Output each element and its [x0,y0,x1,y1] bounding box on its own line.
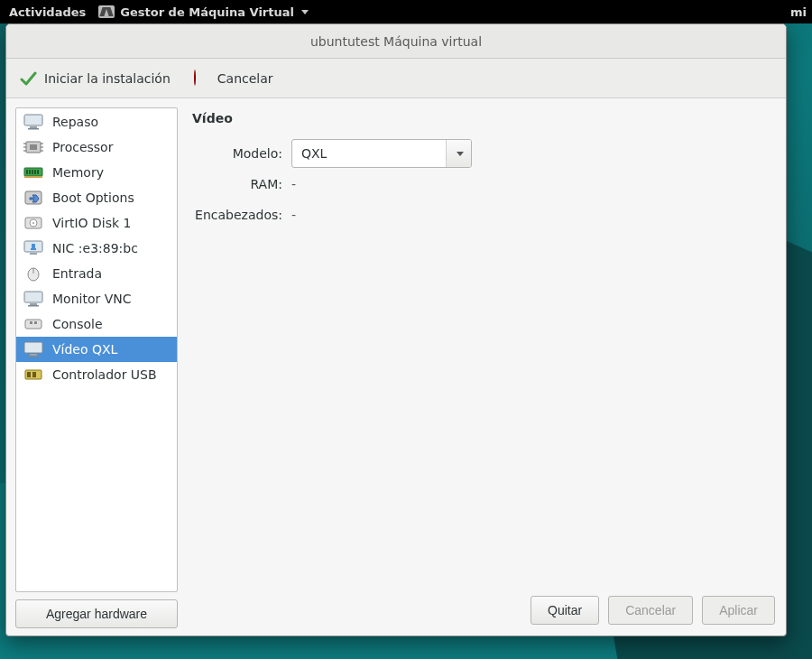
check-icon [19,70,37,88]
model-combobox[interactable]: QXL [291,139,472,168]
detail-pane: Vídeo Modelo: QXL RAM: - Encabezados: - [190,107,777,628]
cancel-button[interactable]: Cancelar [608,596,693,625]
hw-item[interactable]: Controlador USB [16,362,177,387]
gnome-topbar: Actividades Gestor de Máquina Virtual mi [0,0,812,23]
memory-icon [23,164,43,181]
hw-item[interactable]: Entrada [16,261,177,286]
hw-item-label: Memory [52,165,104,180]
model-value: QXL [292,140,446,167]
app-menu[interactable]: Gestor de Máquina Virtual [98,5,309,19]
cancel-install-label: Cancelar [217,71,273,86]
chevron-down-icon [301,10,309,14]
window-title: ubuntutest Máquina virtual [310,34,482,49]
hardware-list[interactable]: RepasoProcessorMemoryBoot OptionsVirtIO … [15,107,178,592]
monitor-icon [23,341,43,357]
add-hardware-button[interactable]: Agregar hardware [15,599,178,628]
hw-item[interactable]: Monitor VNC [16,286,177,311]
app-menu-label: Gestor de Máquina Virtual [120,5,294,19]
boot-icon [23,190,43,206]
hw-item[interactable]: VirtIO Disk 1 [16,210,177,236]
console-icon [23,316,43,332]
ram-label: RAM: [190,177,291,191]
virt-manager-icon [98,5,115,18]
chip-icon [23,139,43,155]
heads-label: Encabezados: [190,208,291,222]
combobox-toggle[interactable] [446,140,471,167]
hw-item-label: Processor [52,140,113,154]
vm-details-window: ubuntutest Máquina virtual Iniciar la in… [5,23,787,636]
ram-value: - [291,177,296,191]
hw-item-label: Controlador USB [52,367,157,382]
hw-item-label: NIC :e3:89:bc [52,241,138,255]
apply-button[interactable]: Aplicar [702,596,775,625]
stop-icon [194,70,210,87]
heads-value: - [291,208,296,222]
hw-item-label: VirtIO Disk 1 [52,216,131,230]
hw-item[interactable]: Memory [16,160,177,185]
hw-item[interactable]: Processor [16,135,177,160]
hw-item-label: Boot Options [52,190,134,205]
hw-item-label: Console [52,317,103,331]
activities-button[interactable]: Actividades [9,5,86,19]
hw-item-label: Monitor VNC [52,292,132,306]
chevron-down-icon [457,152,464,156]
usb-icon [23,367,43,383]
hw-item[interactable]: Repaso [16,109,177,135]
monitor-icon [23,291,43,307]
detail-title: Vídeo [192,111,777,125]
nic-icon [23,240,43,256]
hw-item-label: Repaso [52,115,98,129]
hw-item[interactable]: Console [16,311,177,337]
hw-item[interactable]: Boot Options [16,185,177,210]
hw-item[interactable]: NIC :e3:89:bc [16,236,177,261]
begin-install-button[interactable]: Iniciar la instalación [17,66,172,91]
hw-item-label: Entrada [52,266,102,281]
window-titlebar[interactable]: ubuntutest Máquina virtual [6,24,786,59]
topbar-clock[interactable]: mi [790,5,807,19]
cancel-install-button[interactable]: Cancelar [192,67,275,90]
monitor-icon [23,114,43,130]
disk-icon [23,215,43,231]
begin-install-label: Iniciar la instalación [44,71,171,86]
hw-item[interactable]: Vídeo QXL [16,337,177,362]
toolbar: Iniciar la instalación Cancelar [6,59,786,98]
remove-button[interactable]: Quitar [531,596,599,625]
mouse-icon [23,265,43,282]
hw-item-label: Vídeo QXL [52,342,117,357]
model-label: Modelo: [190,146,291,161]
